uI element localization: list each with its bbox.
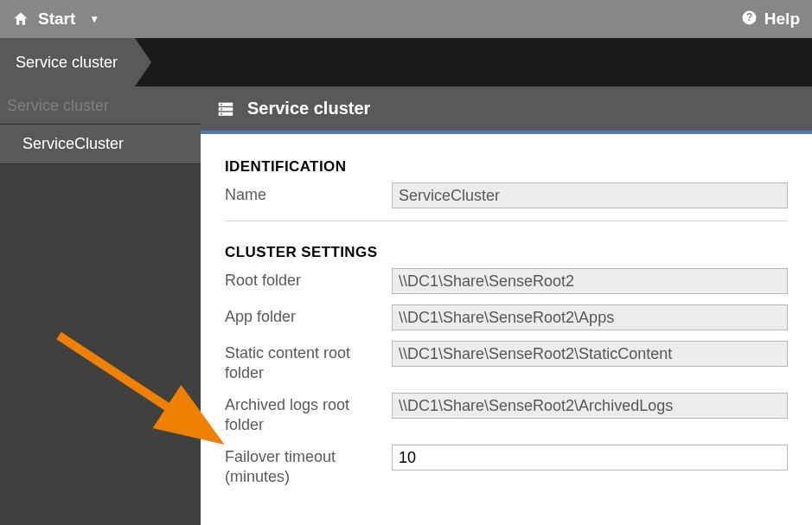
tab-service-cluster[interactable]: Service cluster (0, 38, 135, 86)
tab-bar: Service cluster (0, 38, 812, 86)
start-label: Start (38, 10, 75, 29)
input-root-folder[interactable] (392, 268, 788, 294)
home-icon (12, 10, 29, 28)
start-menu[interactable]: Start ▼ (12, 10, 99, 29)
label-app-folder: App folder (225, 304, 392, 327)
form: IDENTIFICATION Name CLUSTER SETTINGS Roo… (201, 134, 812, 521)
divider (225, 221, 788, 221)
section-cluster-settings: CLUSTER SETTINGS (225, 244, 788, 261)
section-identification: IDENTIFICATION (225, 158, 788, 176)
label-root-folder: Root folder (225, 268, 392, 291)
sidebar: Service cluster ServiceCluster (0, 86, 201, 525)
sidebar-header: Service cluster (0, 86, 201, 125)
help-button[interactable]: ? Help (741, 10, 800, 29)
help-icon: ? (741, 10, 758, 29)
main-header: Service cluster (201, 86, 812, 134)
top-bar: Start ▼ ? Help (0, 0, 812, 38)
sidebar-item-label: ServiceCluster (22, 135, 124, 152)
svg-point-6 (221, 108, 222, 110)
input-app-folder[interactable] (392, 304, 788, 330)
label-archived-logs-root-folder: Archived logs root folder (225, 393, 392, 434)
label-name: Name (225, 182, 392, 205)
input-name[interactable] (392, 182, 788, 208)
tab-label: Service cluster (16, 54, 118, 72)
sidebar-item-servicecluster[interactable]: ServiceCluster (0, 125, 201, 164)
main-panel: Service cluster IDENTIFICATION Name CLUS… (201, 86, 812, 525)
server-icon (216, 99, 235, 118)
help-label: Help (764, 10, 800, 29)
chevron-down-icon: ▼ (89, 13, 99, 25)
svg-point-7 (221, 112, 222, 114)
label-static-content-root-folder: Static content root folder (225, 341, 392, 382)
svg-text:?: ? (746, 11, 752, 23)
svg-point-5 (221, 103, 222, 105)
page-title: Service cluster (247, 99, 370, 118)
input-archived-logs-root-folder[interactable] (392, 393, 788, 419)
input-failover-timeout[interactable] (392, 445, 788, 471)
label-failover-timeout: Failover timeout (minutes) (225, 445, 392, 486)
input-static-content-root-folder[interactable] (392, 341, 788, 367)
